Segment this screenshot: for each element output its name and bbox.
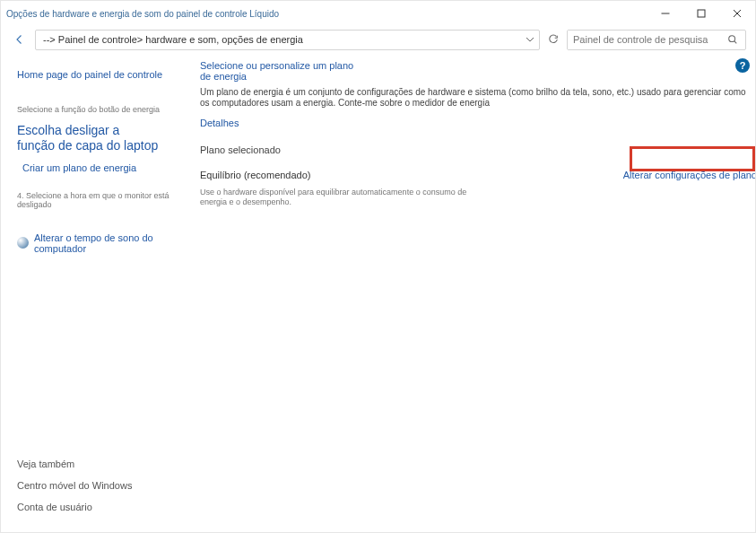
maximize-icon bbox=[696, 8, 707, 19]
page-description: Um plano de energia é um conjunto de con… bbox=[200, 87, 755, 109]
change-plan-settings-link[interactable]: Alterar configurações de plano bbox=[623, 170, 755, 180]
chevron-down-icon bbox=[525, 34, 535, 45]
power-button-function-label: Selecione a função do botão de energia bbox=[17, 105, 187, 114]
see-also-heading: Veja também bbox=[17, 459, 187, 469]
search-button[interactable] bbox=[724, 34, 742, 45]
main-panel: Selecione ou personalize um plano de ene… bbox=[198, 53, 755, 532]
control-panel-home-link[interactable]: Home page do painel de controle bbox=[17, 69, 187, 80]
change-sleep-link[interactable]: Alterar o tempo de sono do computador bbox=[17, 232, 187, 254]
window: Opções de hardware e energia de som do p… bbox=[0, 0, 756, 533]
sleep-icon bbox=[17, 237, 29, 249]
page-heading: Selecione ou personalize um plano de ene… bbox=[200, 60, 361, 82]
search-input[interactable] bbox=[568, 31, 724, 49]
change-sleep-label: Alterar o tempo de sono do computador bbox=[34, 232, 187, 254]
plan-row: Equilíbrio (recomendado) Use o hardware … bbox=[200, 170, 755, 207]
breadcrumb[interactable]: --> Painel de controle> hardware e som, … bbox=[36, 34, 521, 45]
breadcrumb-dropdown[interactable] bbox=[521, 31, 539, 49]
back-arrow-icon bbox=[14, 34, 25, 45]
minimize-icon bbox=[660, 8, 671, 19]
search-icon bbox=[727, 34, 738, 45]
maximize-button[interactable] bbox=[683, 1, 719, 26]
back-button[interactable] bbox=[10, 30, 30, 49]
see-also-section: Veja também Centro móvel do Windows Cont… bbox=[17, 459, 187, 523]
plan-name: Equilíbrio (recomendado) bbox=[200, 170, 607, 180]
address-bar[interactable]: --> Painel de controle> hardware e som, … bbox=[35, 30, 540, 50]
title-bar: Opções de hardware e energia de som do p… bbox=[1, 1, 755, 26]
nav-bar: --> Painel de controle> hardware e som, … bbox=[1, 26, 755, 53]
close-button[interactable] bbox=[719, 1, 755, 26]
details-link[interactable]: Detalhes bbox=[200, 118, 239, 128]
create-plan-link[interactable]: Criar um plano de energia bbox=[17, 162, 187, 173]
search-box[interactable] bbox=[567, 30, 746, 50]
svg-rect-1 bbox=[698, 10, 705, 17]
plan-description: Use o hardware disponível para equilibra… bbox=[200, 188, 487, 207]
close-lid-link[interactable]: Escolha desligar a função de capa do lap… bbox=[17, 123, 187, 153]
minimize-button[interactable] bbox=[647, 1, 683, 26]
refresh-button[interactable] bbox=[545, 31, 561, 48]
window-title: Opções de hardware e energia de som do p… bbox=[6, 9, 647, 19]
plan-info: Equilíbrio (recomendado) Use o hardware … bbox=[200, 170, 607, 207]
content-area: ? Home page do painel de controle Seleci… bbox=[1, 53, 755, 532]
close-icon bbox=[732, 8, 743, 19]
monitor-off-link[interactable]: 4. Selecione a hora em que o monitor est… bbox=[17, 191, 187, 209]
svg-point-4 bbox=[729, 36, 735, 42]
selected-plan-label: Plano selecionado bbox=[200, 144, 755, 155]
user-account-link[interactable]: Conta de usuário bbox=[17, 502, 187, 512]
refresh-icon bbox=[548, 34, 559, 45]
sidebar: Home page do painel de controle Selecion… bbox=[1, 53, 198, 532]
mobility-center-link[interactable]: Centro móvel do Windows bbox=[17, 480, 187, 491]
svg-line-5 bbox=[734, 41, 737, 44]
